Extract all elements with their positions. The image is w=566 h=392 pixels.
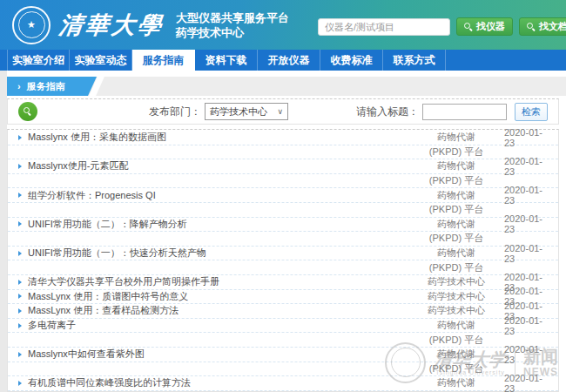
bullet-arrow-icon: [18, 135, 22, 140]
list-item: Masslynx使用-元素匹配药物代谢2020-01-23: [8, 159, 558, 174]
article-title-text: MassLynx 使用：质谱图中符号的意义: [28, 290, 188, 303]
article-title-text: Masslynx 使用：采集的数据画图: [28, 131, 166, 144]
article-date: 2020-01-23: [504, 213, 558, 234]
breadcrumb-bar: ›服务指南: [7, 77, 566, 96]
article-department: 药物代谢: [408, 131, 504, 144]
department-selected-value: 药学技术中心: [210, 105, 267, 118]
article-department: 药学技术中心: [408, 275, 504, 288]
article-department: 药物代谢: [408, 159, 504, 172]
tab-lab-news[interactable]: 实验室动态: [70, 50, 132, 71]
article-title-text: 组学分析软件：Progenesis QI: [28, 189, 156, 202]
bullet-arrow-icon: [18, 381, 22, 386]
department-label: 发布部门：: [149, 105, 201, 119]
list-item-continuation: (PKPD) 平台: [8, 333, 558, 348]
breadcrumb-label: 服务指南: [27, 81, 65, 91]
platform-title: 大型仪器共享服务平台: [176, 10, 289, 25]
chevron-right-icon: ›: [17, 81, 21, 91]
instrument-search-input[interactable]: [318, 18, 450, 36]
university-wordmark: 清華大學: [57, 10, 165, 41]
article-department-line2: (PKPD) 平台: [408, 203, 504, 216]
article-department-line2: (PKPD) 平台: [408, 145, 504, 159]
department-filter-group: 发布部门： 药学技术中心 ∨: [149, 103, 288, 120]
list-item-continuation: (PKPD) 平台: [8, 232, 558, 247]
article-date: 2020-01-23: [504, 315, 558, 336]
page: ★ 清華大學 大型仪器共享服务平台 药学技术中心 找仪器 找文档 实验室介绍实验…: [0, 0, 566, 392]
department-select[interactable]: 药学技术中心 ∨: [205, 103, 288, 120]
article-date: 2020-01-23: [504, 185, 558, 206]
article-title[interactable]: Masslynx 使用：采集的数据画图: [8, 131, 408, 144]
article-title[interactable]: 有机质谱中同位素峰强度比的计算方法: [8, 376, 408, 389]
list-item: Masslynx中如何查看紫外图药物代谢2020-01-23: [8, 348, 558, 362]
article-department-line2: (PKPD) 平台: [408, 362, 504, 375]
article-date: 2020-01-23: [504, 127, 558, 148]
tab-service-guide[interactable]: 服务指南: [132, 50, 195, 71]
article-title[interactable]: 组学分析软件：Progenesis QI: [8, 189, 408, 202]
article-title[interactable]: MassLynx 使用：质谱图中符号的意义: [8, 290, 408, 303]
article-title[interactable]: MassLynx 使用：查看样品检测方法: [8, 304, 408, 317]
article-department-line2: (PKPD) 平台: [408, 334, 504, 347]
find-instrument-button[interactable]: 找仪器: [456, 17, 513, 36]
title-filter-group: 请输入标题： 检索: [356, 103, 548, 121]
article-title-text: Masslynx中如何查看紫外图: [28, 348, 145, 361]
search-submit-button[interactable]: 检索: [515, 103, 548, 121]
title-search-label: 请输入标题：: [356, 105, 419, 119]
tab-contact[interactable]: 联系方式: [383, 50, 446, 71]
article-department: 药学技术中心: [408, 290, 504, 303]
title-search-input[interactable]: [422, 104, 507, 120]
tab-fee-standards[interactable]: 收费标准: [320, 50, 383, 71]
article-title-text: UNIFI常用功能（一）：快速分析天然产物: [28, 247, 206, 260]
bullet-arrow-icon: [18, 193, 22, 198]
article-department: 药学技术中心: [408, 304, 504, 317]
tab-lab-intro[interactable]: 实验室介绍: [7, 50, 70, 71]
article-department: 药物代谢: [408, 376, 504, 389]
article-department: 药物代谢: [408, 218, 504, 231]
find-document-button[interactable]: 找文档: [519, 17, 566, 36]
article-department: 药物代谢: [408, 348, 504, 361]
filter-panel: 发布部门： 药学技术中心 ∨ 请输入标题： 检索: [7, 98, 559, 125]
list-item: 有机质谱中同位素峰强度比的计算方法药物代谢2020-01-23: [8, 376, 558, 391]
article-department-line2: (PKPD) 平台: [408, 261, 504, 274]
article-title-text: UNIFI常用功能（二）：降解产物分析: [28, 218, 187, 231]
article-title-text: 清华大学仪器共享平台校外用户简明操作手册: [28, 275, 219, 288]
bullet-arrow-icon: [18, 294, 22, 299]
bullet-arrow-icon: [18, 352, 22, 357]
article-department-line2: (PKPD) 平台: [408, 174, 504, 187]
article-title[interactable]: Masslynx中如何查看紫外图: [8, 348, 408, 361]
list-item: 组学分析软件：Progenesis QI药物代谢2020-01-23: [8, 188, 558, 203]
find-instrument-label: 找仪器: [476, 20, 505, 33]
site-header: ★ 清華大學 大型仪器共享服务平台 药学技术中心 找仪器 找文档: [0, 0, 566, 50]
site-titles: 大型仪器共享服务平台 药学技术中心: [176, 10, 289, 40]
list-item: 多电荷离子药物代谢2020-01-23: [8, 319, 558, 334]
header-search-area: 找仪器 找文档: [318, 17, 566, 36]
list-item: 清华大学仪器共享平台校外用户简明操作手册药学技术中心2020-01-23: [8, 275, 558, 290]
article-title-text: Masslynx使用-元素匹配: [28, 159, 129, 172]
article-title[interactable]: 多电荷离子: [8, 319, 408, 332]
bullet-arrow-icon: [18, 308, 22, 314]
article-department-line2: (PKPD) 平台: [408, 232, 504, 245]
article-title[interactable]: UNIFI常用功能（二）：降解产物分析: [8, 218, 408, 231]
search-icon: [24, 107, 33, 117]
list-item-continuation: (PKPD) 平台: [8, 145, 558, 160]
list-item: MassLynx 使用：质谱图中符号的意义药学技术中心2020-01-23: [8, 290, 558, 305]
search-icon: [527, 23, 536, 31]
main-nav: 实验室介绍实验室动态服务指南资料下载开放仪器收费标准联系方式: [0, 50, 566, 71]
search-circle-icon: [18, 102, 37, 121]
article-title[interactable]: 清华大学仪器共享平台校外用户简明操作手册: [8, 275, 408, 288]
article-department: 药物代谢: [408, 247, 504, 260]
search-icon: [464, 23, 473, 31]
article-title[interactable]: UNIFI常用功能（一）：快速分析天然产物: [8, 247, 408, 260]
tab-downloads[interactable]: 资料下载: [195, 50, 258, 71]
article-date: 2020-01-23: [504, 156, 558, 177]
article-list: Masslynx 使用：采集的数据画图药物代谢2020-01-23(PKPD) …: [7, 129, 559, 392]
article-date: 2020-01-23: [504, 344, 558, 365]
list-item: Masslynx 使用：采集的数据画图药物代谢2020-01-23: [8, 131, 558, 145]
breadcrumb: ›服务指南: [7, 77, 97, 96]
list-item-continuation: (PKPD) 平台: [8, 260, 558, 275]
tab-open-instruments[interactable]: 开放仪器: [258, 50, 320, 71]
list-item: UNIFI常用功能（二）：降解产物分析药物代谢2020-01-23: [8, 218, 558, 233]
article-title[interactable]: Masslynx使用-元素匹配: [8, 159, 408, 172]
bullet-arrow-icon: [18, 323, 22, 328]
list-item: UNIFI常用功能（一）：快速分析天然产物药物代谢2020-01-23: [8, 247, 558, 261]
article-title-text: MassLynx 使用：查看样品检测方法: [28, 304, 179, 317]
bullet-arrow-icon: [18, 251, 22, 256]
